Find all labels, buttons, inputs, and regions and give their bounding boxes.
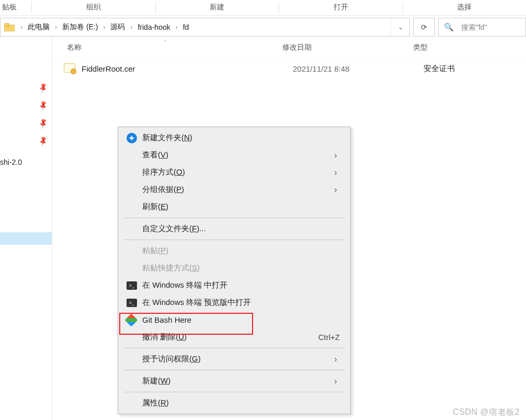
- column-header-date[interactable]: 修改日期: [282, 43, 413, 52]
- column-header-type[interactable]: 类型: [413, 43, 526, 52]
- crumb-drive[interactable]: 新加卷 (E:): [61, 22, 99, 32]
- chevron-right-icon: ›: [329, 355, 342, 364]
- menu-item-undo-delete[interactable]: 撤消 删除(U) Ctrl+Z: [119, 328, 349, 346]
- pin-icon[interactable]: 📌: [37, 135, 49, 147]
- menu-item-new[interactable]: 新建(W) ›: [119, 372, 349, 390]
- search-icon: 🔍: [444, 22, 454, 32]
- ribbon-tabs: 贴板 组织 新建 打开 选择: [0, 0, 526, 16]
- terminal-preview-icon: >_: [127, 299, 142, 307]
- menu-separator: [124, 348, 344, 348]
- address-bar-row: › 此电脑 › 新加卷 (E:) › 源码 › frida-hook › fd …: [0, 16, 526, 38]
- menu-item-grant-access[interactable]: 授予访问权限(G) ›: [119, 350, 349, 368]
- menu-item-properties[interactable]: 属性(R): [119, 394, 349, 412]
- sidebar-selection: [0, 232, 52, 245]
- ribbon-tab-select[interactable]: 选择: [403, 0, 527, 15]
- chevron-right-icon: ›: [329, 151, 342, 160]
- menu-separator: [124, 392, 344, 392]
- ribbon-tab-clipboard[interactable]: 贴板: [0, 0, 31, 15]
- file-date: 2021/11/21 8:48: [293, 64, 424, 73]
- context-menu: ✦ 新建文件夹(N) 查看(V) › 排序方式(O) › 分组依据(P) › 刷…: [118, 127, 351, 414]
- menu-item-paste: 粘贴(P): [119, 242, 349, 259]
- crumb-frida[interactable]: frida-hook: [136, 23, 171, 31]
- search-box[interactable]: 🔍: [438, 18, 526, 37]
- file-type: 安全证书: [424, 64, 455, 74]
- watermark: CSDN @痞老板2: [453, 407, 520, 418]
- chevron-right-icon: ›: [16, 24, 27, 31]
- menu-item-sort[interactable]: 排序方式(O) ›: [119, 164, 349, 181]
- menu-item-customize[interactable]: 自定义文件夹(F)...: [119, 220, 349, 237]
- refresh-icon: ⟳: [421, 23, 427, 31]
- pin-icon[interactable]: 📌: [37, 100, 49, 112]
- file-name[interactable]: FiddlerRoot.cer: [82, 64, 293, 73]
- terminal-icon: >_: [127, 281, 142, 290]
- ribbon-tab-organize[interactable]: 组织: [32, 0, 155, 15]
- chevron-right-icon: ›: [51, 24, 61, 31]
- new-folder-icon: ✦: [127, 133, 142, 143]
- breadcrumb[interactable]: › 此电脑 › 新加卷 (E:) › 源码 › frida-hook › fd …: [0, 18, 410, 37]
- ribbon-tab-new[interactable]: 新建: [156, 0, 279, 15]
- certificate-icon: [64, 63, 77, 74]
- git-icon: [127, 315, 142, 325]
- menu-item-new-folder[interactable]: ✦ 新建文件夹(N): [119, 129, 349, 146]
- chevron-right-icon: ›: [329, 377, 342, 386]
- refresh-button[interactable]: ⟳: [413, 18, 435, 37]
- file-row[interactable]: FiddlerRoot.cer 2021/11/21 8:48 安全证书: [52, 57, 526, 80]
- column-header-name[interactable]: 名称 ˆ: [52, 43, 282, 52]
- menu-separator: [124, 370, 344, 370]
- menu-separator: [124, 240, 344, 240]
- menu-item-paste-shortcut: 粘贴快捷方式(S): [119, 259, 349, 277]
- sort-indicator-icon: ˆ: [164, 40, 166, 46]
- chevron-right-icon: ›: [99, 24, 109, 31]
- crumb-pc[interactable]: 此电脑: [27, 22, 51, 32]
- pin-icon[interactable]: 📌: [37, 118, 49, 130]
- sidebar: 📌 📌 📌 📌 shi-2.0: [0, 38, 52, 420]
- menu-item-group[interactable]: 分组依据(P) ›: [119, 181, 349, 198]
- chevron-right-icon: ›: [329, 168, 342, 177]
- search-input[interactable]: [460, 22, 518, 32]
- chevron-right-icon: ›: [329, 185, 342, 195]
- menu-item-refresh[interactable]: 刷新(E): [119, 198, 349, 215]
- crumb-fd[interactable]: fd: [182, 23, 190, 31]
- menu-item-windows-terminal[interactable]: >_ 在 Windows 终端 中打开: [119, 277, 349, 294]
- chevron-right-icon: ›: [171, 24, 182, 31]
- menu-item-view[interactable]: 查看(V) ›: [119, 146, 349, 164]
- menu-separator: [124, 218, 344, 218]
- menu-item-git-bash[interactable]: Git Bash Here: [119, 311, 349, 328]
- sidebar-item[interactable]: shi-2.0: [0, 158, 22, 166]
- column-headers[interactable]: 名称 ˆ 修改日期 类型: [52, 38, 526, 57]
- shortcut-label: Ctrl+Z: [318, 333, 342, 342]
- chevron-right-icon: ›: [126, 24, 136, 31]
- breadcrumb-history-dropdown[interactable]: ⌄: [391, 18, 409, 36]
- pin-icon[interactable]: 📌: [37, 82, 49, 94]
- ribbon-tab-open[interactable]: 打开: [279, 0, 403, 15]
- crumb-src[interactable]: 源码: [109, 22, 126, 32]
- menu-item-windows-terminal-preview[interactable]: >_ 在 Windows 终端 预览版中打开: [119, 294, 349, 311]
- folder-icon: [4, 21, 15, 33]
- svg-rect-1: [4, 24, 9, 26]
